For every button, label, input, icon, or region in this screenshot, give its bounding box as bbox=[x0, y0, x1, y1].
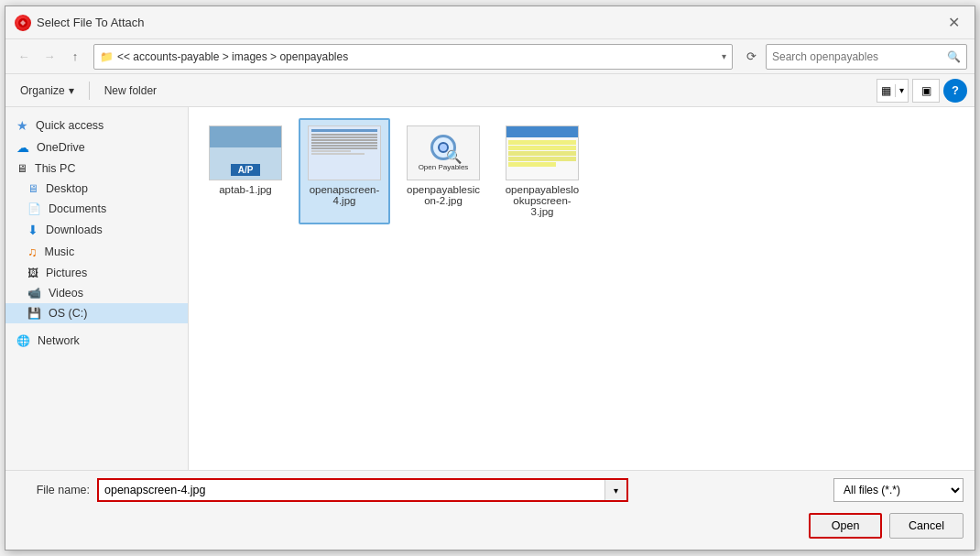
back-button[interactable]: ← bbox=[13, 46, 35, 68]
organize-label: Organize bbox=[20, 84, 65, 97]
documents-icon: 📄 bbox=[27, 202, 41, 215]
sidebar-item-label-desktop: Desktop bbox=[46, 182, 88, 195]
sidebar-item-label-videos: Videos bbox=[49, 287, 83, 300]
videos-icon: 📹 bbox=[27, 287, 41, 300]
new-folder-label: New folder bbox=[104, 84, 157, 97]
sidebar-item-label-pictures: Pictures bbox=[46, 267, 87, 279]
sidebar-item-label-music: Music bbox=[45, 245, 75, 258]
pane-button[interactable]: ▣ bbox=[912, 79, 940, 103]
title-bar: Select File To Attach ✕ bbox=[5, 6, 975, 39]
file-item-openap[interactable]: openapscreen-4.jpg bbox=[299, 118, 390, 224]
refresh-button[interactable]: ⟳ bbox=[740, 46, 762, 68]
dialog-title: Select File To Attach bbox=[37, 16, 145, 29]
toolbar: Organize ▾ New folder ▦ ▾ ▣ ? bbox=[5, 74, 975, 107]
title-bar-left: Select File To Attach bbox=[15, 15, 145, 31]
file-thumb-openap bbox=[308, 125, 381, 180]
osc-icon: 💾 bbox=[27, 307, 41, 320]
filename-dropdown-button[interactable]: ▾ bbox=[604, 480, 626, 500]
sidebar-item-onedrive[interactable]: ☁ OneDrive bbox=[5, 136, 188, 158]
onedrive-icon: ☁ bbox=[16, 140, 29, 155]
view-arrow: ▾ bbox=[896, 85, 908, 95]
file-item-aptab[interactable]: A/P aptab-1.jpg bbox=[200, 118, 291, 224]
sidebar: ★ Quick access ☁ OneDrive 🖥 This PC 🖥 De… bbox=[5, 107, 189, 470]
view-button-group: ▦ ▾ bbox=[877, 79, 909, 103]
sidebar-item-quick-access[interactable]: ★ Quick access bbox=[5, 114, 188, 136]
downloads-icon: ⬇ bbox=[27, 223, 38, 237]
filename-row: File name: ▾ All files (*.*) bbox=[16, 478, 964, 502]
forward-button[interactable]: → bbox=[38, 46, 60, 68]
sidebar-item-videos[interactable]: 📹 Videos bbox=[5, 283, 188, 303]
view-toggle-button[interactable]: ▦ ▾ bbox=[877, 79, 909, 103]
open-button[interactable]: Open bbox=[809, 513, 882, 539]
up-button[interactable]: ↑ bbox=[64, 46, 86, 68]
breadcrumb-bar[interactable]: 📁 << accounts-payable > images > openpay… bbox=[93, 44, 733, 70]
file-thumb-icon: 🔍 Open Payables bbox=[407, 125, 480, 180]
file-thumb-aptab: A/P bbox=[209, 125, 282, 180]
sidebar-item-label-downloads: Downloads bbox=[46, 223, 103, 236]
sidebar-item-label-network: Network bbox=[38, 334, 80, 347]
filename-input[interactable] bbox=[99, 480, 604, 500]
breadcrumb-dropdown-icon: ▾ bbox=[722, 51, 726, 61]
sidebar-item-music[interactable]: ♫ Music bbox=[5, 241, 188, 263]
file-name-lookup: openpayableslookupscreen-3.jpg bbox=[504, 184, 581, 217]
filename-input-wrapper: ▾ bbox=[97, 478, 628, 502]
sidebar-item-pictures[interactable]: 🖼 Pictures bbox=[5, 263, 188, 283]
folder-icon: 📁 bbox=[100, 50, 114, 63]
action-buttons: Open Cancel bbox=[16, 509, 964, 542]
organize-button[interactable]: Organize ▾ bbox=[13, 82, 82, 100]
help-button[interactable]: ? bbox=[943, 79, 967, 103]
sidebar-item-desktop[interactable]: 🖥 Desktop bbox=[5, 179, 188, 199]
sidebar-item-label-onedrive: OneDrive bbox=[37, 141, 85, 154]
search-bar: 🔍 bbox=[766, 44, 967, 70]
bottom-bar: File name: ▾ All files (*.*) Open Cancel bbox=[5, 470, 975, 550]
file-item-lookup[interactable]: openpayableslookupscreen-3.jpg bbox=[496, 118, 588, 224]
toolbar-right: ▦ ▾ ▣ ? bbox=[877, 79, 967, 103]
file-name-openap: openapscreen-4.jpg bbox=[306, 184, 383, 206]
main-area: ★ Quick access ☁ OneDrive 🖥 This PC 🖥 De… bbox=[5, 107, 975, 470]
view-icon: ▦ bbox=[877, 84, 896, 97]
search-input[interactable] bbox=[772, 50, 947, 63]
sidebar-item-label-osc: OS (C:) bbox=[49, 307, 87, 320]
music-icon: ♫ bbox=[27, 245, 38, 259]
new-folder-button[interactable]: New folder bbox=[97, 82, 164, 100]
sidebar-item-downloads[interactable]: ⬇ Downloads bbox=[5, 219, 188, 241]
filetype-select-wrapper: All files (*.*) bbox=[833, 478, 964, 502]
sidebar-item-label-quick-access: Quick access bbox=[36, 119, 103, 132]
organize-arrow: ▾ bbox=[69, 84, 74, 97]
cancel-button[interactable]: Cancel bbox=[889, 513, 964, 539]
sidebar-item-network[interactable]: 🌐 Network bbox=[5, 331, 188, 351]
file-item-icon[interactable]: 🔍 Open Payables openpayablesicon-2.jpg bbox=[397, 118, 489, 224]
sidebar-item-osc[interactable]: 💾 OS (C:) bbox=[5, 303, 188, 323]
network-icon: 🌐 bbox=[16, 334, 30, 347]
sidebar-item-documents[interactable]: 📄 Documents bbox=[5, 199, 188, 219]
file-content-area: A/P aptab-1.jpg bbox=[189, 107, 975, 470]
nav-bar: ← → ↑ 📁 << accounts-payable > images > o… bbox=[5, 39, 975, 74]
filename-label: File name: bbox=[16, 484, 90, 496]
desktop-icon: 🖥 bbox=[27, 182, 38, 195]
sidebar-item-this-pc[interactable]: 🖥 This PC bbox=[5, 158, 188, 179]
quick-access-icon: ★ bbox=[16, 118, 28, 133]
file-dialog: Select File To Attach ✕ ← → ↑ 📁 << accou… bbox=[5, 5, 975, 551]
sidebar-item-label-documents: Documents bbox=[49, 202, 106, 215]
this-pc-icon: 🖥 bbox=[16, 162, 27, 175]
close-button[interactable]: ✕ bbox=[942, 11, 965, 35]
file-name-icon: openpayablesicon-2.jpg bbox=[405, 184, 482, 206]
filetype-select[interactable]: All files (*.*) bbox=[834, 479, 963, 501]
app-icon bbox=[15, 15, 31, 31]
sidebar-item-label-this-pc: This PC bbox=[35, 162, 75, 175]
breadcrumb-path: << accounts-payable > images > openpayab… bbox=[117, 50, 718, 63]
file-name-aptab: aptab-1.jpg bbox=[219, 184, 272, 195]
toolbar-separator bbox=[89, 82, 90, 100]
search-icon: 🔍 bbox=[947, 50, 961, 63]
file-thumb-lookup bbox=[506, 125, 579, 180]
pictures-icon: 🖼 bbox=[27, 267, 38, 279]
